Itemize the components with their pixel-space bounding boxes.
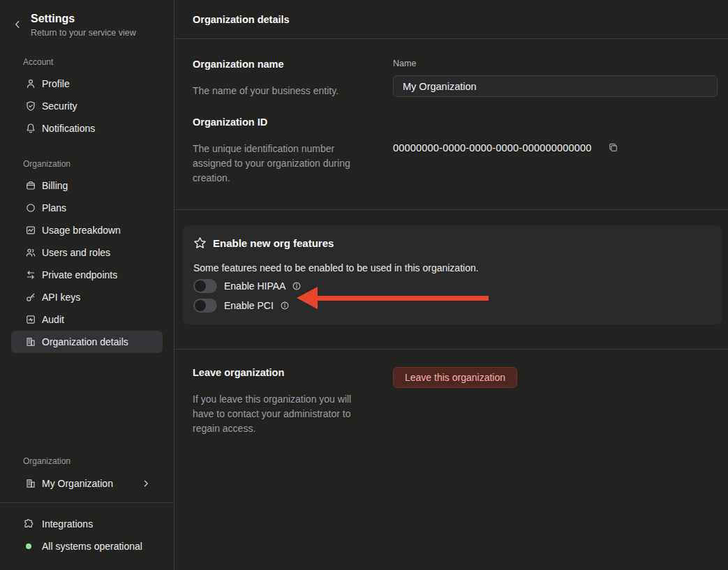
org-id-title: Organization ID (193, 117, 393, 128)
hipaa-toggle-label: Enable HIPAA (224, 280, 285, 292)
org-id-description: The unique identification number assigne… (193, 142, 369, 186)
sidebar-item-label: Notifications (42, 123, 95, 134)
sidebar-item-plans[interactable]: Plans (11, 197, 163, 219)
sidebar-item-security[interactable]: Security (11, 95, 163, 117)
sidebar-item-private-endpoints[interactable]: Private endpoints (11, 264, 163, 286)
star-icon (193, 237, 207, 250)
sidebar-item-profile[interactable]: Profile (11, 73, 163, 95)
enable-pci-toggle[interactable] (193, 299, 217, 313)
sidebar-item-api-keys[interactable]: API keys (11, 286, 163, 308)
organization-id-section: Organization ID The unique identificatio… (174, 98, 728, 186)
enable-hipaa-toggle[interactable] (193, 279, 217, 293)
annotation-arrow (297, 287, 489, 309)
audit-log-icon (25, 314, 36, 325)
section-label-account: Account (0, 57, 174, 67)
organization-switcher[interactable]: My Organization (11, 472, 163, 495)
leave-organization-section: Leave organization If you leave this org… (174, 350, 728, 436)
sidebar-item-usage-breakdown[interactable]: Usage breakdown (11, 219, 163, 241)
sidebar-item-notifications[interactable]: Notifications (11, 117, 163, 140)
sidebar-item-label: Profile (42, 78, 70, 89)
puzzle-icon (23, 518, 34, 530)
enable-features-card: Enable new org features Some features ne… (183, 225, 722, 324)
integrations-link[interactable]: Integrations (0, 513, 174, 535)
sidebar-item-label: Plans (42, 202, 66, 213)
sidebar-item-label: Organization details (42, 336, 128, 347)
status-dot (26, 543, 31, 549)
sidebar-item-label: Users and roles (42, 247, 110, 258)
sidebar-item-organization-details[interactable]: Organization details (11, 331, 163, 353)
toggle-knob (195, 280, 206, 292)
chevron-left-icon (13, 20, 27, 29)
sidebar-title: Settings (31, 13, 136, 25)
swap-arrows-icon (25, 269, 36, 280)
name-field-label: Name (393, 59, 718, 68)
leave-org-description: If you leave this organization you will … (193, 392, 369, 436)
shield-check-icon (25, 100, 36, 112)
chart-icon (25, 225, 36, 236)
footer-org-label: Organization (0, 456, 174, 466)
sidebar-item-billing[interactable]: Billing (11, 174, 163, 197)
org-name-title: Organization name (193, 59, 393, 70)
integrations-label: Integrations (42, 518, 93, 530)
organization-name-input[interactable] (393, 75, 718, 97)
wallet-icon (25, 180, 36, 191)
leave-organization-button[interactable]: Leave this organization (393, 367, 517, 388)
copy-icon[interactable] (607, 142, 619, 153)
features-card-description: Some features need to be enabled to be u… (193, 262, 711, 273)
main-content: Organization details Organization name T… (174, 0, 728, 570)
back-button[interactable] (13, 13, 27, 38)
section-label-organization: Organization (0, 159, 174, 169)
sidebar-item-label: Audit (42, 314, 64, 325)
user-icon (25, 78, 36, 89)
sidebar-item-label: Security (42, 100, 77, 112)
settings-sidebar: Settings Return to your service view Acc… (0, 0, 174, 570)
key-icon (25, 292, 36, 303)
bell-icon (25, 123, 36, 134)
system-status[interactable]: All systems operational (0, 535, 174, 557)
arrow-shaft (316, 296, 489, 301)
sidebar-item-audit[interactable]: Audit (11, 308, 163, 331)
building-icon (25, 336, 36, 347)
users-icon (25, 247, 36, 258)
status-label: All systems operational (42, 541, 142, 552)
circle-icon (25, 202, 36, 213)
chevron-right-icon (142, 479, 150, 488)
page-title: Organization details (174, 0, 728, 39)
sidebar-header: Settings Return to your service view (0, 0, 174, 38)
organization-name: My Organization (42, 478, 113, 489)
sidebar-item-label: Usage breakdown (42, 225, 121, 236)
organization-id-value: 00000000-0000-0000-0000-000000000000 (393, 142, 592, 153)
toggle-knob (195, 300, 206, 311)
sidebar-item-label: Billing (42, 180, 68, 191)
sidebar-item-label: Private endpoints (42, 269, 117, 280)
organization-name-section: Organization name The name of your busin… (174, 39, 728, 98)
sidebar-footer: Organization My Organization Integration… (0, 437, 174, 570)
features-card-title: Enable new org features (213, 237, 334, 249)
pci-toggle-label: Enable PCI (224, 300, 274, 311)
arrow-head (297, 287, 318, 309)
sidebar-item-label: API keys (42, 292, 80, 303)
sidebar-item-users-and-roles[interactable]: Users and roles (11, 241, 163, 264)
sidebar-subtitle: Return to your service view (31, 28, 136, 38)
info-icon[interactable] (280, 301, 290, 310)
leave-org-title: Leave organization (193, 367, 393, 378)
building-icon (25, 478, 36, 489)
org-name-description: The name of your business entity. (193, 84, 369, 98)
